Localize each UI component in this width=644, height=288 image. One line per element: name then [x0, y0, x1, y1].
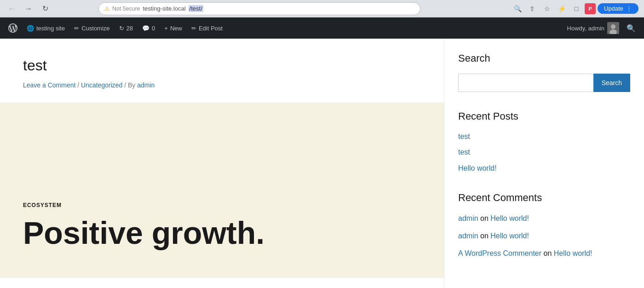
- site-icon: 🌐: [27, 25, 34, 32]
- profile-extension-icon[interactable]: P: [585, 3, 596, 14]
- howdy-label: Howdy, admin: [567, 25, 604, 32]
- site-name-item[interactable]: 🌐 testing site: [22, 17, 69, 39]
- meta-separator-2: /: [124, 81, 128, 89]
- comment-post-3[interactable]: Hello world!: [554, 249, 592, 257]
- recent-comments-title: Recent Comments: [458, 192, 630, 204]
- update-menu-icon: ⋮: [626, 5, 632, 12]
- recent-post-link-3[interactable]: Hello world!: [458, 163, 630, 173]
- new-label: New: [170, 25, 182, 32]
- leave-comment-link[interactable]: Leave a Comment: [23, 81, 75, 89]
- url-text: testing-site.local: [143, 5, 185, 12]
- comment-author-3[interactable]: A WordPress Commenter: [458, 249, 541, 257]
- back-button[interactable]: ←: [6, 2, 18, 15]
- address-bar[interactable]: ⚠ Not Secure testing-site.local/test/: [98, 2, 420, 15]
- comments-item[interactable]: 💬 0: [138, 17, 160, 39]
- admin-search-icon[interactable]: 🔍: [622, 24, 640, 33]
- big-heading: Positive growth.: [23, 216, 421, 250]
- edit-post-label: Edit Post: [199, 25, 223, 32]
- svg-point-1: [611, 24, 615, 29]
- by-text: By: [128, 81, 135, 89]
- comment-entry-2: admin on Hello world!: [458, 230, 630, 242]
- updates-item[interactable]: ↻ 28: [115, 17, 138, 39]
- security-warning-icon: ⚠: [104, 6, 109, 12]
- update-label: Update: [604, 5, 623, 12]
- comment-entry-1: admin on Hello world!: [458, 213, 630, 224]
- recent-posts-title: Recent Posts: [458, 110, 630, 122]
- new-plus-icon: +: [164, 25, 168, 32]
- site-name-label: testing site: [36, 25, 65, 32]
- customize-icon: ✏: [74, 25, 79, 32]
- search-section-title: Search: [458, 52, 630, 64]
- browser-chrome: ← → ↻ ⚠ Not Secure testing-site.local/te…: [0, 0, 644, 17]
- extensions-button[interactable]: ⚡: [555, 2, 568, 15]
- comments-count: 0: [152, 25, 155, 32]
- customize-label: Customize: [81, 25, 109, 32]
- avatar-image: [607, 22, 619, 34]
- post-title: test: [23, 57, 421, 74]
- edit-post-item[interactable]: ✏ Edit Post: [187, 17, 227, 39]
- comment-entry-3: A WordPress Commenter on Hello world!: [458, 248, 630, 259]
- customize-item[interactable]: ✏ Customize: [69, 17, 114, 39]
- comment-author-1[interactable]: admin: [458, 214, 478, 222]
- comment-post-1[interactable]: Hello world!: [490, 214, 529, 222]
- reload-button[interactable]: ↻: [39, 2, 52, 15]
- ecosystem-label: ECOSYSTEM: [23, 202, 421, 208]
- comment-on-1: on: [480, 214, 490, 222]
- admin-avatar[interactable]: [607, 22, 619, 34]
- not-secure-label: Not Secure: [112, 6, 140, 12]
- updates-icon: ↻: [119, 25, 124, 32]
- forward-button[interactable]: →: [22, 2, 35, 15]
- bookmark-button[interactable]: ☆: [540, 2, 553, 15]
- updates-count: 28: [126, 25, 133, 32]
- wp-admin-bar: 🌐 testing site ✏ Customize ↻ 28 💬 0 + Ne…: [0, 17, 644, 39]
- wp-logo-item[interactable]: [4, 17, 22, 39]
- search-input[interactable]: [458, 74, 593, 92]
- sidebar-toggle-button[interactable]: □: [570, 2, 583, 15]
- recent-post-link-1[interactable]: test: [458, 132, 630, 142]
- browser-actions: 🔍 ⇧ ☆ ⚡ □ P Update ⋮: [511, 2, 638, 15]
- update-button[interactable]: Update ⋮: [598, 3, 638, 14]
- sidebar: Search Search Recent Posts test test Hel…: [444, 39, 644, 288]
- edit-post-icon: ✏: [191, 25, 196, 32]
- meta-separator-1: /: [77, 81, 81, 89]
- howdy-section: Howdy, admin 🔍: [567, 22, 640, 34]
- recent-posts-section: Recent Posts test test Hello world!: [458, 110, 630, 173]
- comment-on-2: on: [480, 232, 490, 240]
- page-layout: test Leave a Comment / Uncategorized / B…: [0, 39, 644, 288]
- author-link[interactable]: admin: [137, 81, 155, 89]
- recent-comments-section: Recent Comments admin on Hello world! ad…: [458, 192, 630, 259]
- search-widget-section: Search Search: [458, 52, 630, 92]
- comment-post-2[interactable]: Hello world!: [490, 232, 529, 240]
- post-featured-section: ECOSYSTEM Positive growth.: [0, 103, 444, 278]
- wordpress-logo-icon: [8, 23, 17, 33]
- comment-author-2[interactable]: admin: [458, 232, 478, 240]
- post-header: test Leave a Comment / Uncategorized / B…: [0, 39, 444, 103]
- recent-post-link-2[interactable]: test: [458, 147, 630, 157]
- category-link[interactable]: Uncategorized: [81, 81, 122, 89]
- search-widget: Search: [458, 74, 630, 92]
- new-item[interactable]: + New: [160, 17, 187, 39]
- share-button[interactable]: ⇧: [526, 2, 539, 15]
- zoom-button[interactable]: 🔍: [511, 2, 524, 15]
- comment-on-3: on: [544, 249, 554, 257]
- post-meta: Leave a Comment / Uncategorized / By adm…: [23, 81, 421, 89]
- comments-icon: 💬: [142, 25, 150, 32]
- url-path-highlight: /test/: [189, 5, 203, 12]
- main-content: test Leave a Comment / Uncategorized / B…: [0, 39, 444, 288]
- search-button[interactable]: Search: [593, 74, 630, 92]
